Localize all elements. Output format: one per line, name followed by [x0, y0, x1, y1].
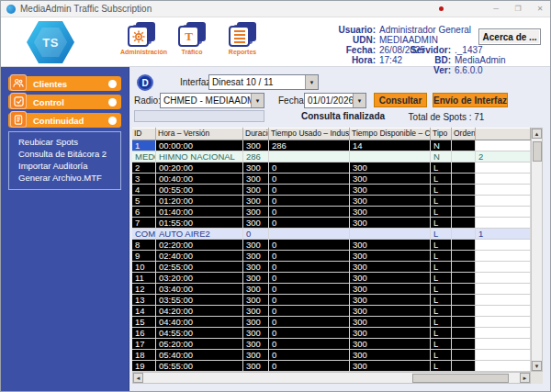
table-row[interactable]: 400:55:003000300L [132, 185, 543, 196]
table-row[interactable]: 1905:55:003000300L [132, 361, 543, 372]
scroll-up-icon[interactable]: ▲ [532, 129, 542, 139]
fecha-label: Fecha: [278, 95, 307, 106]
cell-disp: 300 [350, 361, 431, 372]
table-row[interactable]: 701:55:003000300L [132, 218, 543, 229]
cell-hora: 02:55:00 [156, 262, 243, 273]
cell-tipo: L [431, 185, 452, 196]
table-row[interactable]: 1504:40:003000300L [132, 317, 543, 328]
radio-selected-value: CHMED - MEDIAADMIN [161, 94, 251, 107]
total-spots-text: Total de Spots : 71 [405, 112, 488, 122]
hora-value: 17:42 [379, 55, 402, 65]
table-row[interactable]: MED0...HIMNO NACIONAL286N2 [132, 151, 543, 162]
sidebar-item-importar-auditoria[interactable]: Importar Auditoría [18, 160, 117, 172]
column-header-orden[interactable]: Orden [452, 128, 476, 140]
cell-id: 5 [132, 196, 156, 207]
cell-id: 12 [132, 284, 156, 295]
cell-hora: 00:55:00 [156, 185, 243, 196]
cell-dur: 300 [243, 317, 269, 328]
cell-orden [452, 251, 476, 262]
column-header-hora-version[interactable]: Hora – Versión [156, 128, 243, 140]
about-button[interactable]: Acerca de ... [478, 28, 541, 45]
radio-select[interactable]: CHMED - MEDIAADMIN ▼ [160, 93, 264, 108]
cell-usado: 0 [269, 284, 350, 295]
cell-disp: 300 [350, 196, 431, 207]
table-row[interactable]: 100:00:0030028614N [132, 140, 543, 151]
module-administracion[interactable]: Administración [120, 22, 163, 55]
table-row[interactable]: 1103:20:003000300L [132, 273, 543, 284]
module-label: Tráfico [171, 49, 213, 55]
minimize-button[interactable]: ─ [489, 5, 502, 13]
column-header-tiempo-usado[interactable]: Tiempo Usado – Industria [269, 128, 350, 140]
hora-label: Hora: [328, 55, 376, 65]
cell-usado: 0 [269, 328, 350, 339]
cell-tipo: L [431, 361, 452, 372]
cell-usado: 0 [269, 306, 350, 317]
table-row[interactable]: 1002:55:003000300L [132, 262, 543, 273]
scrollbar-corner [531, 372, 543, 384]
table-row[interactable]: 1404:20:003000300L [132, 306, 543, 317]
cell-hora: 05:40:00 [156, 350, 243, 361]
column-header-tipo[interactable]: Tipo [431, 128, 452, 140]
table-row[interactable]: 1303:55:003000300L [132, 295, 543, 306]
table-row[interactable]: 1203:40:003000300L [132, 284, 543, 295]
column-header-id[interactable]: ID [132, 128, 156, 140]
cell-usado: 0 [269, 240, 350, 251]
chevron-down-icon[interactable]: ▼ [305, 75, 318, 89]
sidebar-item-consulta-bitacora[interactable]: Consulta de Bitácora 2 [18, 148, 117, 160]
chevron-down-icon[interactable]: ▼ [251, 94, 264, 107]
fecha-select[interactable]: 01/01/2026 ▼ [304, 93, 366, 108]
table-row[interactable]: COM0...AUTO AIRE20L1 [132, 229, 543, 240]
interfaz-select[interactable]: Dinesat 10 / 11 ▼ [208, 74, 319, 90]
cell-id: 2 [132, 162, 156, 174]
sidebar-item-generar-archivo[interactable]: Generar Archivo.MTF [18, 172, 117, 184]
close-button[interactable]: ✕ [534, 5, 546, 13]
horizontal-scroll-thumb[interactable] [412, 374, 509, 383]
cell-disp: 300 [350, 295, 431, 306]
table-row[interactable]: 1805:40:003000300L [132, 350, 543, 361]
vertical-scroll-thumb[interactable] [533, 141, 542, 162]
scroll-right-icon[interactable]: ► [520, 373, 530, 383]
scroll-down-icon[interactable]: ▼ [532, 361, 542, 371]
main-content: D Interfaz: Dinesat 10 / 11 ▼ Radio: CHM… [129, 67, 551, 392]
cell-disp: 300 [350, 262, 431, 273]
module-label: Administración [120, 49, 163, 55]
module-trafico[interactable]: T Tráfico [171, 22, 213, 55]
cell-disp: 300 [350, 273, 431, 284]
column-header-tiempo-disponible[interactable]: Tiempo Disponible – Cliente [350, 128, 431, 140]
sidebar-section-clientes[interactable]: Clientes [8, 76, 121, 91]
cell-usado: 0 [269, 361, 350, 372]
maximize-button[interactable]: ❐ [512, 5, 524, 13]
servidor-value: ._1437 [455, 45, 483, 55]
scroll-left-icon[interactable]: ◄ [133, 373, 143, 383]
table-row[interactable]: 802:20:003000300L [132, 240, 543, 251]
table-row[interactable]: 200:20:003000300L [132, 162, 543, 174]
table-row[interactable]: 300:40:003000300L [132, 174, 543, 185]
cell-usado: 0 [269, 273, 350, 284]
cell-id: 1 [132, 140, 156, 151]
table-row[interactable]: 1705:20:003000300L [132, 339, 543, 350]
cell-orden [452, 273, 476, 284]
sidebar-section-continuidad[interactable]: Continuidad [8, 113, 121, 128]
cell-orden [452, 162, 476, 174]
envio-interfaz-button[interactable]: Envío de Interfaz [433, 93, 508, 107]
table-row[interactable]: 501:20:003000300L [132, 196, 543, 207]
chevron-down-icon[interactable]: ▼ [353, 94, 365, 107]
consultar-button[interactable]: Consultar [374, 93, 427, 107]
module-reportes[interactable]: Reportes [221, 22, 264, 55]
titlebar: MediaAdmin Traffic Subscription ─ ❐ ✕ [1, 1, 551, 17]
cell-usado: 0 [269, 162, 350, 174]
cell-extra [476, 262, 531, 273]
horizontal-scrollbar[interactable]: ◄ ► [132, 372, 531, 384]
vertical-scrollbar[interactable]: ▲ ▼ [531, 128, 543, 372]
cell-dur: 0 [243, 229, 269, 240]
table-row[interactable]: 1604:55:003000300L [132, 328, 543, 339]
sidebar-item-reubicar-spots[interactable]: Reubicar Spots [18, 136, 117, 148]
table-row[interactable]: 601:40:003000300L [132, 207, 543, 218]
section-label: Control [33, 97, 64, 107]
column-header-duracion[interactable]: Duración [243, 128, 269, 140]
table-row[interactable]: 902:40:003000300L [132, 251, 543, 262]
cell-orden [452, 151, 476, 162]
cell-hora: 03:20:00 [156, 273, 243, 284]
sidebar-section-control[interactable]: Control [8, 95, 121, 109]
cell-tipo: L [431, 207, 452, 218]
